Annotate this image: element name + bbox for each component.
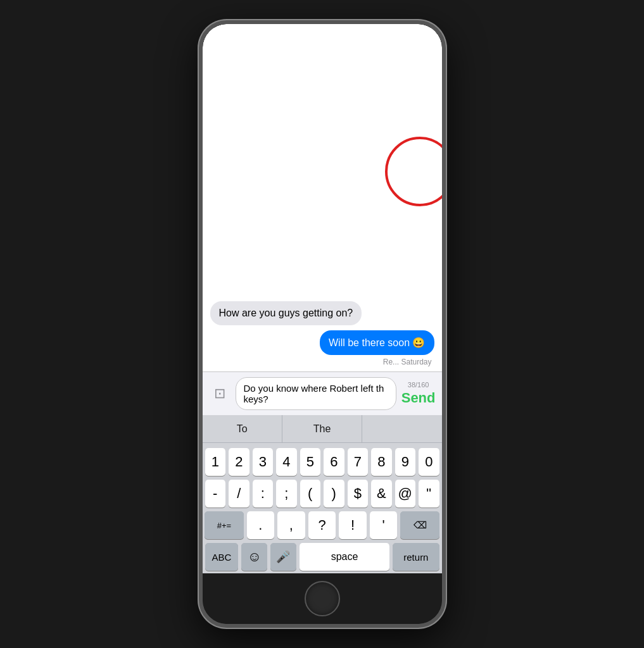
key-slash[interactable]: / (229, 480, 249, 508)
key-space[interactable]: space (300, 543, 389, 571)
incoming-message: How are you guys getting on? (210, 301, 362, 325)
key-period[interactable]: . (247, 511, 275, 539)
phone-frame: How are you guys getting on? Will be the… (199, 20, 446, 628)
chat-area: How are you guys getting on? Will be the… (203, 24, 442, 371)
key-7[interactable]: 7 (348, 448, 369, 476)
microphone-icon: 🎤 (276, 550, 290, 564)
phone-inner: How are you guys getting on? Will be the… (203, 24, 442, 624)
key-comma[interactable]: , (277, 511, 305, 539)
key-2[interactable]: 2 (229, 448, 249, 476)
key-semicolon[interactable]: ; (276, 480, 297, 508)
key-dollar[interactable]: $ (348, 480, 369, 508)
key-delete[interactable]: ⌫ (400, 511, 439, 539)
phone-bottom (203, 573, 442, 624)
autocomplete-item-the[interactable]: The (282, 415, 362, 442)
keyboard: 1 2 3 4 5 6 7 8 9 0 - / : ; ( (203, 443, 442, 573)
key-5[interactable]: 5 (300, 448, 321, 476)
key-apostrophe[interactable]: ' (370, 511, 398, 539)
key-ampersand[interactable]: & (371, 480, 392, 508)
key-1[interactable]: 1 (205, 448, 226, 476)
key-4[interactable]: 4 (276, 448, 297, 476)
key-row-symbols: - / : ; ( ) $ & @ " (205, 480, 439, 508)
key-question[interactable]: ? (308, 511, 336, 539)
send-button[interactable]: Send (401, 390, 436, 406)
char-count: 38/160 (408, 381, 429, 389)
key-row-bottom: ABC ☺ 🎤 space return (205, 543, 439, 571)
home-button[interactable] (305, 581, 340, 616)
autocomplete-item-to[interactable]: To (203, 415, 282, 442)
screen: How are you guys getting on? Will be the… (203, 24, 442, 573)
autocomplete-item-empty[interactable] (362, 415, 441, 442)
key-quote[interactable]: " (419, 480, 439, 508)
key-exclamation[interactable]: ! (339, 511, 367, 539)
key-3[interactable]: 3 (253, 448, 274, 476)
camera-icon: ⊡ (214, 385, 225, 402)
key-abc[interactable]: ABC (205, 543, 239, 571)
message-input[interactable]: Do you know where Robert left th keys? (236, 377, 396, 410)
emoji-icon: ☺ (248, 549, 262, 565)
key-8[interactable]: 8 (371, 448, 392, 476)
key-return[interactable]: return (393, 543, 439, 571)
key-hash-plus-equals[interactable]: #+= (205, 511, 243, 539)
delete-icon: ⌫ (414, 520, 427, 531)
key-9[interactable]: 9 (395, 448, 416, 476)
key-colon[interactable]: : (253, 480, 274, 508)
key-close-paren[interactable]: ) (324, 480, 344, 508)
autocomplete-bar: To The (203, 415, 442, 443)
key-open-paren[interactable]: ( (300, 480, 321, 508)
key-at[interactable]: @ (395, 480, 416, 508)
key-row-numbers: 1 2 3 4 5 6 7 8 9 0 (205, 448, 439, 476)
camera-button[interactable]: ⊡ (209, 383, 230, 404)
key-dash[interactable]: - (205, 480, 226, 508)
key-row-special: #+= . , ? ! ' ⌫ (205, 511, 439, 539)
input-area: ⊡ Do you know where Robert left th keys?… (203, 371, 442, 415)
key-6[interactable]: 6 (324, 448, 344, 476)
outgoing-message: Will be there soon 😀 (320, 330, 434, 355)
key-0[interactable]: 0 (419, 448, 439, 476)
message-timestamp: Re... Saturday (383, 358, 434, 366)
key-emoji[interactable]: ☺ (241, 543, 267, 571)
key-microphone[interactable]: 🎤 (270, 543, 296, 571)
send-area: 38/160 Send (401, 381, 436, 406)
